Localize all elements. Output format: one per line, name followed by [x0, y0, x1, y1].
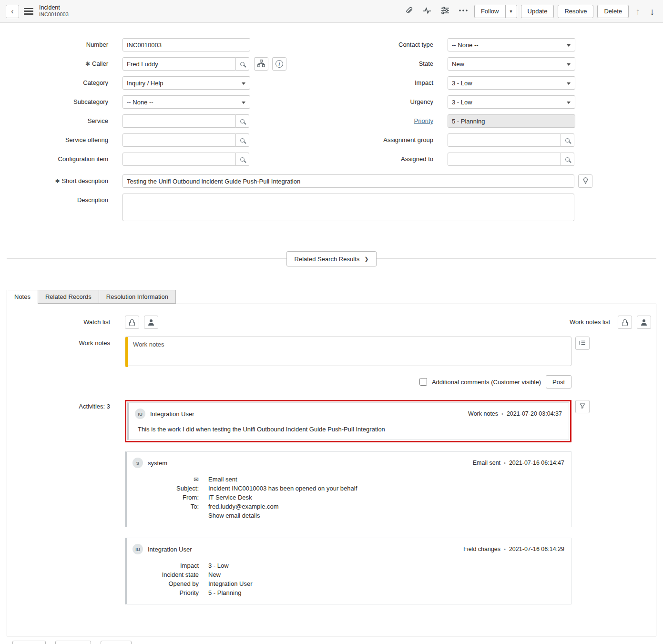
assignment-group-field-row: Assignment group: [332, 133, 656, 147]
description-field-row: Description: [7, 194, 656, 221]
configuration-item-lookup-button[interactable]: [236, 153, 249, 166]
activity-entry-email: S system Email sent • 2021-07-16 06:14:4…: [125, 451, 571, 527]
personalize-form-button[interactable]: [438, 4, 452, 19]
service-field-row: Service: [7, 114, 332, 128]
configuration-item-label: Configuration item: [7, 153, 108, 163]
record-type-label: Incident: [39, 4, 69, 12]
work-notes-list-label: Work notes list: [506, 316, 610, 329]
work-notes-list-add-me-button[interactable]: [637, 316, 651, 329]
search-icon: [565, 157, 570, 162]
assignment-group-input[interactable]: [448, 133, 561, 147]
caller-label: ✱Caller: [7, 57, 108, 67]
tab-related-records[interactable]: Related Records: [38, 290, 99, 304]
email-subject-label: Subject:: [133, 484, 208, 493]
chevron-right-icon: ❯: [364, 256, 368, 262]
caller-input[interactable]: [122, 57, 236, 71]
show-email-details-link[interactable]: Show email details: [208, 511, 260, 520]
priority-link[interactable]: Priority: [414, 117, 433, 124]
service-input[interactable]: [122, 114, 236, 128]
back-button[interactable]: ‹: [6, 5, 19, 18]
record-title: Incident INC0010003: [39, 4, 69, 18]
email-from-value: IT Service Desk: [208, 493, 252, 502]
watch-list-add-me-button[interactable]: [144, 316, 158, 329]
update-button-footer[interactable]: Update: [12, 641, 46, 644]
short-description-input[interactable]: [122, 174, 574, 188]
caller-lookup-button[interactable]: [236, 57, 249, 71]
description-textarea[interactable]: [122, 194, 574, 221]
activity-stream-button[interactable]: [420, 4, 434, 19]
activity-timestamp: 2021-07-16 06:14:47: [509, 460, 564, 466]
activity-entry-field-changes: IU Integration User Field changes • 2021…: [125, 538, 571, 604]
urgency-field-row: Urgency 3 - Low: [332, 95, 656, 109]
assignment-group-lookup-button[interactable]: [561, 133, 574, 147]
related-search-section: Related Search Results ❯: [0, 244, 663, 274]
state-field-row: State New: [332, 57, 656, 71]
update-button[interactable]: Update: [521, 5, 554, 18]
attachments-button[interactable]: [402, 4, 416, 19]
more-actions-button[interactable]: [456, 4, 470, 19]
context-menu-icon[interactable]: [24, 8, 33, 15]
category-select[interactable]: Inquiry / Help: [122, 76, 250, 90]
activity-filter-button[interactable]: [575, 400, 590, 413]
subcategory-select[interactable]: -- None --: [122, 95, 250, 109]
field-change-label: Impact: [133, 561, 208, 570]
short-description-label: ✱Short description: [7, 174, 108, 184]
activities-section: Activities: 3 IU Integration User Work n…: [7, 400, 656, 615]
arrow-down-icon: ↓: [650, 6, 654, 17]
suggestion-button[interactable]: [578, 174, 592, 188]
service-offering-input[interactable]: [122, 133, 236, 147]
search-icon: [240, 138, 245, 143]
state-label: State: [332, 57, 433, 67]
service-lookup-button[interactable]: [236, 114, 249, 128]
configuration-item-input[interactable]: [122, 153, 236, 166]
state-select[interactable]: New: [448, 57, 575, 71]
service-offering-label: Service offering: [7, 133, 108, 143]
subcategory-label: Subcategory: [7, 95, 108, 105]
resolve-button[interactable]: Resolve: [558, 5, 593, 18]
form-header: ‹ Incident INC0010003: [0, 0, 663, 23]
number-input[interactable]: [122, 38, 250, 51]
assigned-to-lookup-button[interactable]: [561, 153, 574, 166]
back-chevron-icon: ‹: [11, 8, 13, 15]
work-notes-label: Work notes: [7, 337, 118, 347]
tab-notes[interactable]: Notes: [7, 290, 38, 304]
priority-field-row: Priority 5 - Planning: [332, 114, 656, 128]
delete-button-footer[interactable]: Delete: [101, 641, 132, 644]
post-button[interactable]: Post: [546, 375, 571, 388]
previous-record-button[interactable]: ↑: [632, 6, 643, 17]
email-icon: ✉: [194, 476, 199, 483]
impact-select[interactable]: 3 - Low: [448, 76, 575, 90]
watch-list-lock-button[interactable]: [125, 316, 139, 329]
assigned-to-input[interactable]: [448, 153, 561, 166]
next-record-button[interactable]: ↓: [647, 6, 657, 17]
add-person-icon: [641, 319, 648, 326]
resolve-button-footer[interactable]: Resolve: [55, 641, 91, 644]
follow-button[interactable]: Follow: [474, 5, 506, 18]
field-change-label: Priority: [133, 588, 208, 597]
activity-user: system: [148, 460, 167, 467]
delete-button[interactable]: Delete: [597, 5, 629, 18]
additional-comments-label: Additional comments (Customer visible): [432, 378, 541, 386]
contact-type-field-row: Contact type -- None --: [332, 38, 656, 51]
contact-type-select[interactable]: -- None --: [448, 38, 575, 51]
additional-comments-checkbox[interactable]: [419, 378, 427, 386]
annotation-highlight-box: IU Integration User Work notes • 2021-07…: [125, 400, 571, 442]
additional-comments-row: Additional comments (Customer visible) P…: [125, 375, 571, 388]
urgency-select[interactable]: 3 - Low: [448, 95, 575, 109]
email-title: Email sent: [208, 475, 237, 484]
work-notes-textarea[interactable]: [125, 337, 571, 366]
bullet-separator: •: [504, 460, 506, 466]
toggle-comment-options-button[interactable]: [575, 337, 590, 350]
caller-show-related-button[interactable]: [254, 57, 268, 71]
caller-preview-button[interactable]: i: [272, 57, 286, 71]
follow-split-button: Follow ▾: [474, 5, 517, 18]
field-change-label: Incident state: [133, 570, 208, 579]
related-search-results-button[interactable]: Related Search Results ❯: [286, 251, 377, 266]
record-tabs: Notes Related Records Resolution Informa…: [7, 290, 656, 304]
assigned-to-label: Assigned to: [332, 153, 433, 163]
work-notes-list-lock-button[interactable]: [618, 316, 632, 329]
service-label: Service: [7, 114, 108, 124]
service-offering-lookup-button[interactable]: [236, 133, 249, 147]
follow-dropdown-button[interactable]: ▾: [506, 5, 517, 18]
tab-resolution-information[interactable]: Resolution Information: [99, 290, 176, 304]
